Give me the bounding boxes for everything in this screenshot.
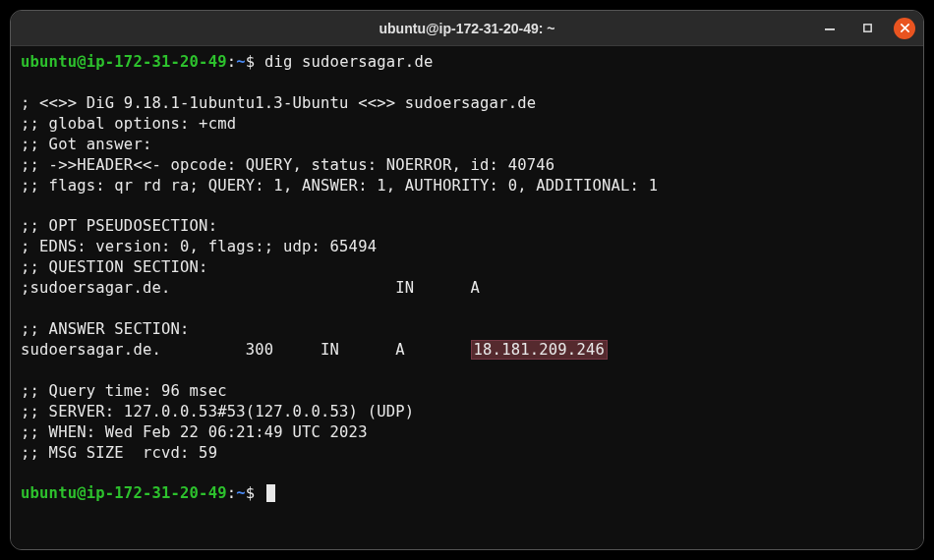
output-when: ;; WHEN: Wed Feb 22 06:21:49 UTC 2023 — [21, 422, 913, 443]
output-global-opts: ;; global options: +cmd — [21, 114, 913, 135]
output-question-hdr: ;; QUESTION SECTION: — [21, 257, 913, 278]
svg-rect-1 — [863, 25, 870, 31]
close-icon — [900, 23, 910, 33]
output-got-answer: ;; Got answer: — [21, 135, 913, 155]
titlebar: ubuntu@ip-172-31-20-49: ~ — [11, 11, 923, 46]
output-msg-size: ;; MSG SIZE rcvd: 59 — [21, 443, 913, 464]
prompt-line: ubuntu@ip-172-31-20-49:~$ dig sudoersaga… — [21, 52, 913, 73]
window-title: ubuntu@ip-172-31-20-49: ~ — [379, 21, 555, 36]
prompt-path: ~ — [236, 53, 246, 71]
blank-line — [21, 196, 913, 216]
blank-line — [21, 463, 913, 483]
output-edns: ; EDNS: version: 0, flags:; udp: 65494 — [21, 237, 913, 257]
output-flags: ;; flags: qr rd ra; QUERY: 1, ANSWER: 1,… — [21, 176, 913, 196]
minimize-icon — [824, 23, 836, 34]
prompt-user: ubuntu@ip-172-31-20-49 — [21, 53, 227, 71]
blank-line — [21, 73, 913, 93]
answer-ip-highlight: 18.181.209.246 — [471, 340, 608, 360]
prompt-dollar: $ — [246, 484, 256, 502]
prompt-user: ubuntu@ip-172-31-20-49 — [21, 484, 227, 502]
output-query-time: ;; Query time: 96 msec — [21, 381, 913, 402]
prompt-line-2: ubuntu@ip-172-31-20-49:~$ — [21, 483, 913, 504]
output-server: ;; SERVER: 127.0.0.53#53(127.0.0.53) (UD… — [21, 402, 913, 422]
prompt-dollar: $ — [246, 53, 256, 71]
prompt-colon: : — [227, 484, 237, 502]
maximize-icon — [862, 23, 873, 33]
svg-rect-0 — [825, 28, 835, 30]
answer-row-pre: sudoersagar.de. 300 IN A — [21, 341, 471, 359]
window-controls — [819, 18, 915, 39]
output-header: ;; ->>HEADER<<- opcode: QUERY, status: N… — [21, 155, 913, 176]
minimize-button[interactable] — [819, 18, 841, 39]
close-button[interactable] — [894, 18, 915, 39]
terminal-body[interactable]: ubuntu@ip-172-31-20-49:~$ dig sudoersaga… — [11, 46, 923, 549]
output-opt-section: ;; OPT PSEUDOSECTION: — [21, 216, 913, 237]
prompt-path: ~ — [236, 484, 246, 502]
cursor — [266, 484, 275, 502]
output-answer-row: sudoersagar.de. 300 IN A 18.181.209.246 — [21, 340, 913, 361]
command-text: dig sudoersagar.de — [264, 53, 434, 71]
output-question-row: ;sudoersagar.de. IN A — [21, 278, 913, 299]
blank-line — [21, 299, 913, 319]
terminal-window: ubuntu@ip-172-31-20-49: ~ ubuntu@ip-172-… — [10, 10, 924, 550]
maximize-button[interactable] — [856, 18, 878, 39]
output-answer-hdr: ;; ANSWER SECTION: — [21, 319, 913, 340]
prompt-colon: : — [227, 53, 237, 71]
output-banner: ; <<>> DiG 9.18.1-1ubuntu1.3-Ubuntu <<>>… — [21, 93, 913, 114]
blank-line — [21, 361, 913, 381]
